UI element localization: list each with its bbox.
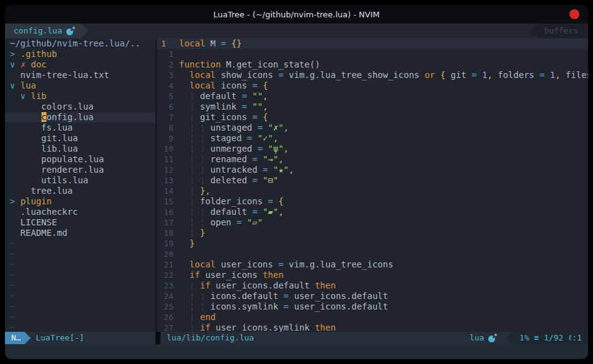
close-button[interactable] (569, 9, 579, 19)
token (179, 175, 190, 185)
line-number: 16 (157, 207, 179, 217)
titlebar[interactable]: LuaTree - (~/github/nvim-tree.lua) - NVI… (5, 5, 588, 24)
code-line[interactable]: 8 ¦ ¦ unstaged = "✗", (157, 123, 588, 133)
buffers-segment[interactable]: buffers (529, 24, 588, 38)
token: .github (20, 49, 57, 59)
line-number: 13 (157, 175, 179, 186)
token (15, 80, 20, 90)
token: ~ (10, 238, 15, 248)
token (179, 133, 190, 143)
tree-row[interactable]: tree.lua (5, 186, 156, 196)
code-line[interactable]: 24 ¦ ¦ icons.default = user_icons.defaul… (157, 291, 588, 301)
line-number: 23 (157, 280, 179, 291)
code-line[interactable]: 19 } (157, 238, 588, 249)
tree-row[interactable]: populate.lua (5, 154, 156, 165)
code-line[interactable]: 22 if user_icons then (157, 270, 588, 280)
code-text: ¦ ¦ default = "▰", (179, 207, 588, 217)
tree-row[interactable]: git.lua (5, 133, 156, 144)
tree-row[interactable]: fs.lua (5, 123, 156, 133)
tree-row[interactable]: utils.lua (5, 175, 156, 186)
token: default (351, 301, 388, 311)
tab-config-lua[interactable]: config.lua (5, 24, 89, 38)
tree-row[interactable]: > plugin (5, 196, 156, 207)
code-text: ¦ } (179, 228, 588, 238)
code-text: local M = {} (179, 38, 588, 49)
token: "ψ" (263, 144, 284, 154)
code-line[interactable]: 15 ¦ folder_icons = { (157, 196, 588, 207)
code-line[interactable]: 3 local show_icons = vim.g.lua_tree_show… (157, 70, 588, 80)
token: tree.lua (31, 186, 72, 196)
code-line[interactable]: 10 ¦ ¦ unmerged = "ψ", (157, 144, 588, 154)
token: unstaged (205, 123, 257, 132)
token: "▱" (242, 217, 263, 227)
token: , (278, 207, 283, 217)
token (179, 291, 190, 301)
token: local (190, 70, 216, 80)
code-line[interactable]: 14 ¦ }, (157, 186, 588, 196)
token: user_icons (289, 301, 346, 311)
code-text: local show_icons = vim.g.lua_tree_show_i… (179, 70, 588, 80)
code-line[interactable]: 4 local icons = { (157, 80, 588, 91)
tree-row[interactable]: ∨ lib (5, 91, 156, 102)
line-number: 12 (157, 165, 179, 175)
empty-line-tilde: ~ (5, 312, 156, 323)
code-line[interactable]: 13 ¦ ¦ deleted = "⊟" (157, 175, 588, 186)
code-line[interactable]: 12 ¦ ¦ untracked = "★", (157, 165, 588, 175)
column-value: :1 (572, 333, 582, 342)
code-line[interactable]: 27 ¦ if user_icons.symlink then (157, 323, 588, 332)
code-line[interactable]: 25 ¦ ¦ icons.symlink = user_icons.defaul… (157, 301, 588, 312)
token (477, 70, 482, 80)
token: , (263, 91, 268, 101)
tree-row[interactable]: .luacheckrc (5, 207, 156, 217)
line-number: 18 (157, 228, 179, 238)
command-line[interactable] (5, 344, 588, 359)
token (10, 70, 20, 80)
token: lib (31, 91, 46, 101)
token: = (257, 123, 262, 132)
code-line[interactable]: 7 ¦ git_icons = { (157, 112, 588, 123)
code-line[interactable]: 6 ¦ symlink = "", (157, 102, 588, 112)
token (179, 102, 190, 111)
tree-row[interactable]: config.lua (5, 112, 156, 123)
token: ~ (10, 301, 15, 311)
code-line[interactable]: 23 ¦ if user_icons.default then (157, 280, 588, 291)
tree-row[interactable]: renderer.lua (5, 165, 156, 175)
token: = (284, 291, 289, 301)
tree-row[interactable]: ∨ ✗ doc (5, 59, 156, 70)
empty-line-tilde: ~ (5, 280, 156, 291)
tree-row[interactable]: README.md (5, 228, 156, 238)
code-line[interactable]: 11 ¦ ¦ renamed = "→", (157, 154, 588, 165)
token: renderer.lua (42, 165, 104, 175)
token: = (242, 91, 247, 101)
token: "⊟" (257, 175, 278, 185)
token: = (247, 133, 252, 143)
token: . (268, 323, 273, 332)
code-line[interactable]: 1 (157, 49, 588, 59)
token: LICENSE (20, 217, 57, 227)
code-line[interactable]: 26 ¦ end (157, 312, 588, 323)
tree-row[interactable]: colors.lua (5, 102, 156, 112)
token: ¦ ¦ (190, 291, 205, 301)
token: { (257, 80, 268, 90)
code-line[interactable]: 17 ¦ ¦ open = "▱" (157, 217, 588, 228)
tree-row[interactable]: ∨ lua (5, 80, 156, 91)
tree-row[interactable]: > .github (5, 49, 156, 59)
statusline-gap (156, 332, 160, 344)
code-line[interactable]: 2function M.get_icon_state() (157, 59, 588, 70)
tree-row[interactable]: lib.lua (5, 144, 156, 154)
token: "✓" (252, 133, 273, 143)
token (195, 280, 200, 290)
code-line[interactable]: 18 ¦ } (157, 228, 588, 238)
code-line[interactable]: 16 ¦ ¦ default = "▰", (157, 207, 588, 217)
tree-row[interactable]: ~/github/nvim-tree.lua/.. (5, 38, 156, 49)
code-line[interactable]: 20 (157, 249, 588, 259)
token: if (200, 280, 211, 290)
code-text: ¦ ¦ staged = "✓", (179, 133, 588, 144)
code-line[interactable]: 21 local user_icons = vim.g.lua_tree_ico… (157, 259, 588, 270)
tree-row[interactable]: nvim-tree-lua.txt (5, 70, 156, 80)
code-line[interactable]: 5 ¦ default = "", (157, 91, 588, 102)
token (179, 80, 190, 90)
tree-row[interactable]: LICENSE (5, 217, 156, 228)
code-line[interactable]: 1local M = {} (157, 38, 588, 49)
code-line[interactable]: 9 ¦ ¦ staged = "✓", (157, 133, 588, 144)
